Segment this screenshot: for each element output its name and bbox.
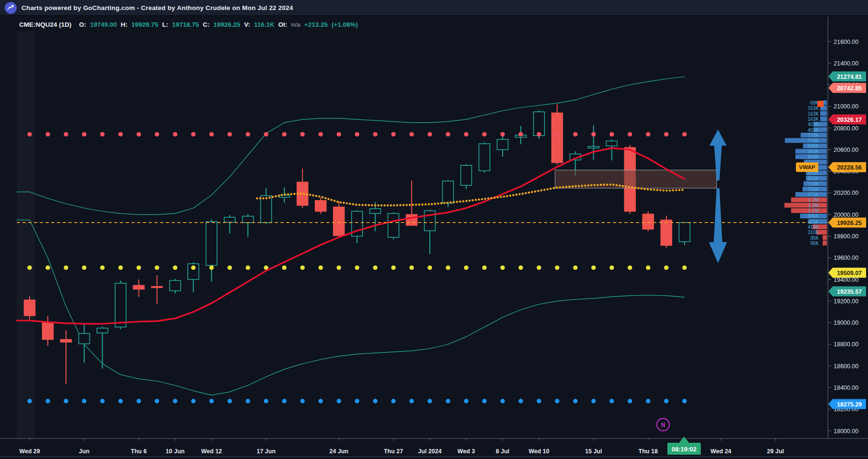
volume-profile-label: 163K — [808, 117, 819, 122]
low-label: L: — [162, 21, 168, 28]
volume-profile-label: 1.3M — [808, 203, 819, 208]
volume-profile-row — [823, 100, 827, 105]
candle[interactable] — [242, 214, 253, 237]
svg-text:20742.85: 20742.85 — [837, 85, 862, 92]
arrow-down-drawing[interactable] — [709, 188, 727, 263]
svg-text:N: N — [661, 422, 665, 428]
svg-text:20228.56: 20228.56 — [837, 164, 862, 171]
volume-profile: 69K163K163K163K403K402K770K773K698K954K9… — [784, 100, 827, 246]
volume-profile-label: 403K — [808, 122, 819, 127]
svg-text:20326.17: 20326.17 — [837, 117, 862, 123]
bollinger-upper-line[interactable] — [17, 77, 685, 215]
candle[interactable] — [97, 327, 108, 369]
candle[interactable] — [224, 215, 235, 233]
price-tick-label: 20000.00 — [834, 212, 858, 218]
price-badge: 20228.56VWAP — [796, 162, 866, 172]
candle[interactable] — [206, 219, 217, 281]
volume-profile-label: 718K — [808, 181, 819, 187]
time-tick-label: Wed 10 — [528, 448, 549, 455]
volume-profile-label: 163K — [808, 111, 819, 117]
svg-text:VWAP: VWAP — [799, 164, 815, 170]
volume-profile-label: 1.1M — [808, 197, 819, 203]
open-value: 19749.00 — [90, 21, 117, 28]
svg-text:18275.29: 18275.29 — [837, 401, 862, 408]
volume-label: V: — [244, 21, 250, 28]
candle[interactable] — [133, 279, 144, 297]
watermark-text: Charts powered by GoCharting.com - Creat… — [21, 4, 293, 11]
time-tick-label: Wed 24 — [710, 448, 731, 455]
time-tick-label: Thu 6 — [131, 448, 147, 455]
ohlc-header: CME:NQU24 (1D) O: 19749.00 H: 19929.75 L… — [19, 21, 358, 28]
candle[interactable] — [388, 213, 399, 240]
volume-profile-label: 698K — [808, 143, 819, 149]
candle[interactable] — [424, 210, 435, 254]
price-tick-label: 18000.00 — [834, 428, 858, 435]
price-tick-label: 18600.00 — [834, 363, 858, 370]
oi-value: n/a — [291, 21, 300, 28]
price-badge: 20742.85 — [828, 83, 866, 93]
candle[interactable] — [333, 202, 344, 236]
time-tick-label: 24 Jun — [330, 448, 349, 455]
time-tick-label: Thu 18 — [639, 448, 658, 455]
candle[interactable] — [151, 275, 162, 304]
dotted-level-line — [27, 266, 686, 270]
volume-profile-row — [823, 241, 827, 246]
volume-profile-label: 95K — [810, 235, 819, 241]
watermark-bar: Charts powered by GoCharting.com - Creat… — [0, 0, 868, 16]
time-tick-label: 17 Jun — [257, 448, 276, 455]
candle[interactable] — [588, 125, 599, 160]
candle[interactable] — [461, 164, 472, 189]
high-label: H: — [121, 21, 128, 28]
candle[interactable] — [315, 198, 326, 214]
svg-text:19509.07: 19509.07 — [837, 270, 862, 277]
candle[interactable] — [479, 143, 490, 172]
candle[interactable] — [661, 215, 672, 248]
svg-text:21274.81: 21274.81 — [837, 74, 862, 80]
price-tick-label: 18800.00 — [834, 341, 858, 348]
time-tick-label: Jul 2024 — [418, 448, 441, 455]
time-tick-label: 8 Jul — [496, 448, 510, 455]
time-tick-label: 15 Jul — [585, 448, 602, 455]
dotted-level-line — [27, 399, 686, 403]
volume-profile-label: 613K — [808, 176, 819, 181]
candle[interactable] — [43, 316, 54, 346]
price-badge: 18275.29 — [828, 399, 866, 409]
note-marker[interactable]: N — [657, 418, 669, 431]
time-tick-label: 10 Jun — [166, 448, 185, 455]
svg-text:19235.57: 19235.57 — [837, 288, 862, 295]
price-badge: 20326.17 — [828, 115, 866, 125]
volume-profile-label: 521K — [808, 219, 819, 224]
volume-profile-row — [820, 117, 827, 121]
volume-value: 116.1K — [254, 21, 275, 28]
candles-layer[interactable] — [24, 104, 690, 384]
price-tick-label: 20200.00 — [834, 190, 858, 196]
change-percent: (+1.08%) — [332, 21, 358, 28]
svg-text:08:19:02: 08:19:02 — [672, 446, 697, 453]
volume-profile-label: 1.1M — [808, 208, 819, 213]
price-chart[interactable]: 69K163K163K163K403K402K770K773K698K954K9… — [0, 0, 868, 459]
candle[interactable] — [261, 188, 272, 224]
candle[interactable] — [606, 139, 617, 160]
price-axis[interactable]: 21600.0021400.0021200.0021000.0020800.00… — [828, 39, 858, 435]
volume-profile-row — [785, 138, 827, 143]
candle[interactable] — [643, 211, 654, 231]
candle[interactable] — [79, 324, 90, 363]
countdown-timer-badge: 08:19:02 — [667, 437, 701, 455]
candle[interactable] — [61, 330, 72, 384]
volume-profile-label: 416K — [808, 224, 819, 230]
price-tick-label: 20600.00 — [834, 147, 858, 153]
candle[interactable] — [352, 210, 363, 243]
volume-profile-label: 973K — [808, 192, 819, 197]
candle[interactable] — [497, 134, 508, 157]
price-badge: 19235.57 — [828, 287, 866, 297]
volume-profile-label: 954K — [808, 154, 819, 160]
price-badge: 21274.81 — [828, 72, 866, 82]
volume-profile-label: 773K — [808, 138, 819, 143]
candle[interactable] — [679, 222, 690, 245]
volume-profile-label: 770K — [808, 133, 819, 138]
price-badge: 19926.25 — [828, 218, 866, 228]
candle[interactable] — [170, 279, 181, 294]
close-value: 19926.25 — [214, 21, 240, 28]
candle[interactable] — [24, 296, 35, 320]
candle[interactable] — [297, 169, 308, 208]
